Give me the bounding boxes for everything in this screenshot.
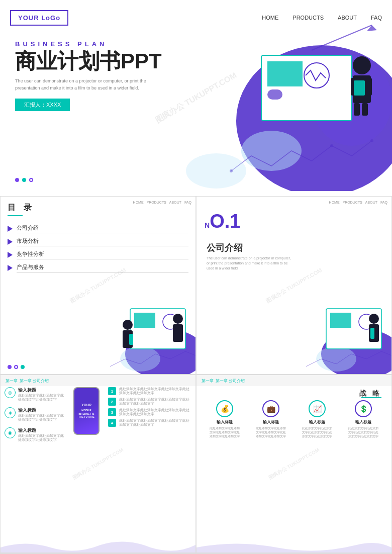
svg-rect-14 <box>362 103 368 116</box>
toc-label-0: 公司介绍 <box>17 224 188 233</box>
input-title-2: 输入标题 <box>18 427 65 434</box>
strategy-label-1: 输入标题 <box>263 419 279 425</box>
svg-rect-33 <box>330 313 351 328</box>
svg-point-28 <box>173 314 183 324</box>
svg-point-9 <box>353 56 371 74</box>
strategy-item-2: 📈 输入标题 此处添加文字此处添加文字此处添加文字此处添加文字此处添加文字 <box>302 400 332 438</box>
input-item-2: ◉ 输入标题 此处添加文字此处添加文字此处添加文字此处添加文字 <box>5 427 65 442</box>
slide-company-intro: HOME PRODUCTS ABOUT FAQ NO.1 公司介绍 The us… <box>196 196 392 375</box>
slide-grid: HOME PRODUCTS ABOUT FAQ 目 录 公司介绍 市场分析 竞争… <box>0 196 392 554</box>
toc-header: 目 录 <box>1 197 195 215</box>
slide-mobile: 第一章 第一章 公司介绍 ◎ 输入标题 此处添加文字此处添加文字此处添加文字此处… <box>0 375 196 553</box>
svg-point-19 <box>186 153 246 189</box>
toc-arrow-1 <box>8 239 13 245</box>
toc-label-2: 竞争性分析 <box>17 250 188 259</box>
strategy-item-0: 💰 输入标题 此处添加文字此处添加文字此处添加文字此处添加文字此处添加文字 <box>210 400 240 438</box>
svg-point-18 <box>370 139 373 142</box>
slide3-illustration <box>296 294 392 374</box>
svg-rect-13 <box>354 103 360 116</box>
toc-nav-about: ABOUT <box>169 201 181 204</box>
svg-point-35 <box>369 314 379 324</box>
svg-point-17 <box>330 144 333 147</box>
phone-text: MOBILE INTERNET IS THE FUTURE <box>76 409 96 419</box>
watermark-s5: 图疯办公 TUKUPPT.COM <box>267 446 321 482</box>
toc-arrow-0 <box>8 226 13 232</box>
hero-illustration <box>181 10 392 191</box>
list-num-3: 4 <box>108 419 116 427</box>
svg-rect-6 <box>267 61 303 86</box>
dot-3 <box>29 178 33 182</box>
toc-arrow-2 <box>8 252 13 258</box>
strategy-label-0: 输入标题 <box>217 419 233 425</box>
slide3-no-prefix: N <box>205 221 210 229</box>
svg-point-25 <box>123 320 133 330</box>
input-block-1: 输入标题 此处添加文字此处添加文字此处添加文字此处添加文字 <box>18 407 65 422</box>
strategy-icon-0: 💰 <box>216 400 233 417</box>
s3-nav-home: HOME <box>329 201 340 204</box>
list-num-1: 2 <box>108 398 116 406</box>
strategy-item-3: 💲 输入标题 此处添加文字此处添加文字此处添加文字此处添加文字此处添加文字 <box>348 400 378 438</box>
nav-about[interactable]: ABOUT <box>338 15 357 21</box>
input-icon-1: ◈ <box>5 407 16 418</box>
breadcrumb-accent: 第一章 <box>6 378 18 384</box>
slide3-number-block: NO.1 <box>205 212 240 231</box>
strategy-item-1: 💼 输入标题 此处添加文字此处添加文字此处添加文字此处添加文字此处添加文字 <box>256 400 286 438</box>
svg-point-31 <box>316 346 356 372</box>
s3-nav-products: PRODUCTS <box>343 201 362 204</box>
list-text-1: 此处添加文字此处添加文字此处添加文字此处添加文字此处添加文字 <box>119 398 191 406</box>
toc-items: 公司介绍 市场分析 竞争性分析 产品与服务 <box>1 221 195 280</box>
svg-rect-29 <box>173 324 183 342</box>
input-body-1: 此处添加文字此处添加文字此处添加文字此处添加文字 <box>18 414 65 422</box>
strategy-body-1: 此处添加文字此处添加文字此处添加文字此处添加文字此处添加文字 <box>256 427 286 438</box>
toc-nav-faq: FAQ <box>184 201 191 204</box>
strategy-label-2: 输入标题 <box>309 419 325 425</box>
breadcrumb-text: 第一章 公司介绍 <box>20 378 49 384</box>
nav-products[interactable]: PRODUCTS <box>292 15 324 21</box>
slide3-desc: The user can demonstrate on a projector … <box>207 256 292 270</box>
dot-1 <box>15 178 19 182</box>
s5-breadcrumb-accent: 第一章 <box>202 378 214 384</box>
strategy-icon-1: 💼 <box>262 400 279 417</box>
dot-2 <box>22 178 26 182</box>
list-num-2: 3 <box>108 408 116 416</box>
toc-item-1: 市场分析 <box>8 237 188 246</box>
input-item-1: ◈ 输入标题 此处添加文字此处添加文字此处添加文字此处添加文字 <box>5 407 65 422</box>
toc-arrow-3 <box>8 265 13 271</box>
slide-strategy: 第一章 第一章 公司介绍 战 略 💰 输入标题 此处添加文字此处添加文字此处添加… <box>196 375 392 553</box>
s3-nav-faq: FAQ <box>380 201 387 204</box>
input-item-0: ◎ 输入标题 此处添加文字此处添加文字此处添加文字此处添加文字 <box>5 387 65 402</box>
hero-desc: The user can demonstrate on a projector … <box>15 78 156 91</box>
slide-hero: YOUR LoGo HOME PRODUCTS ABOUT FAQ <box>0 0 392 196</box>
toc-item-0: 公司介绍 <box>8 224 188 233</box>
nav-faq[interactable]: FAQ <box>371 15 382 21</box>
input-title-1: 输入标题 <box>18 407 65 414</box>
hero-title: 商业计划书PPT <box>15 50 162 73</box>
list-item-2: 3 此处添加文字此处添加文字此处添加文字此处添加文字此处添加文字 <box>108 408 191 417</box>
toc-nav: HOME PRODUCTS ABOUT FAQ <box>133 201 191 204</box>
input-icon-0: ◎ <box>5 387 16 398</box>
svg-rect-27 <box>129 334 133 345</box>
slide3-nav: HOME PRODUCTS ABOUT FAQ <box>329 201 387 204</box>
input-title-0: 输入标题 <box>18 387 65 394</box>
toc-underline <box>8 215 23 216</box>
toc-nav-products: PRODUCTS <box>147 201 166 204</box>
hero-dots <box>15 178 33 182</box>
nav-home[interactable]: HOME <box>262 15 278 21</box>
input-block-0: 输入标题 此处添加文字此处添加文字此处添加文字此处添加文字 <box>18 387 65 402</box>
svg-rect-7 <box>267 89 282 100</box>
toc-dot-2 <box>14 365 18 369</box>
input-block-2: 输入标题 此处添加文字此处添加文字此处添加文字此处添加文字 <box>18 427 65 442</box>
list-text-2: 此处添加文字此处添加文字此处添加文字此处添加文字此处添加文字 <box>119 408 191 417</box>
svg-point-2 <box>241 131 302 171</box>
nav-links: HOME PRODUCTS ABOUT FAQ <box>262 15 382 21</box>
strategy-body-2: 此处添加文字此处添加文字此处添加文字此处添加文字此处添加文字 <box>302 427 332 438</box>
slide4-right: 1 此处添加文字此处添加文字此处添加文字此处添加文字此处添加文字 2 此处添加文… <box>108 387 191 548</box>
strategy-body-0: 此处添加文字此处添加文字此处添加文字此处添加文字此处添加文字 <box>210 427 240 438</box>
toc-dot-3 <box>21 365 25 369</box>
svg-point-21 <box>120 346 160 372</box>
slide-toc: HOME PRODUCTS ABOUT FAQ 目 录 公司介绍 市场分析 竞争… <box>0 196 196 375</box>
toc-label-1: 市场分析 <box>17 237 188 246</box>
list-text-0: 此处添加文字此处添加文字此处添加文字此处添加文字此处添加文字 <box>119 387 191 396</box>
s3-nav-about: ABOUT <box>365 201 377 204</box>
logo: YOUR LoGo <box>10 10 68 26</box>
